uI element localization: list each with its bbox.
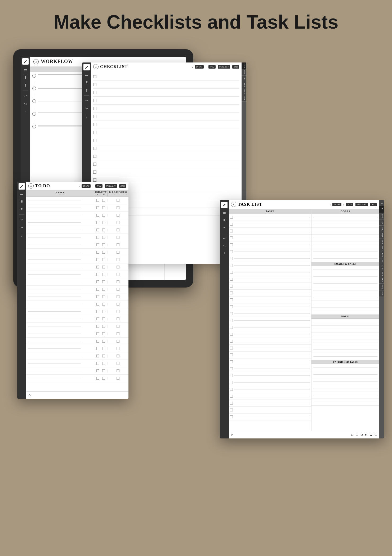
td-due-sq-15[interactable] (117, 303, 119, 306)
tl-tab-feb[interactable]: FEB (379, 226, 384, 232)
cl-tab-apr[interactable]: APR (242, 95, 246, 102)
td-prio-m-25[interactable] (102, 377, 105, 380)
td-prio-h-21[interactable] (96, 347, 99, 350)
tl-check-6[interactable] (230, 250, 233, 253)
td-due-sq-7[interactable] (117, 243, 119, 246)
tl-check-28[interactable] (230, 402, 233, 405)
tl-tab-2024[interactable]: 2024 (379, 213, 384, 219)
cl-week-badge[interactable]: W 02 (208, 65, 216, 69)
cl-check-5[interactable] (93, 107, 96, 110)
cl-prev-arrow[interactable]: ‹ (192, 65, 193, 68)
cl-check-7[interactable] (93, 123, 96, 126)
tl-check-20[interactable] (230, 347, 233, 349)
tl-check-17[interactable] (230, 326, 233, 329)
td-prio-h-12[interactable] (96, 280, 99, 283)
td-due-sq-18[interactable] (117, 325, 119, 328)
td-prio-h-1[interactable] (96, 199, 99, 202)
td-prio-h-19[interactable] (96, 332, 99, 335)
cl-up-chevron[interactable]: ∧ (93, 64, 99, 69)
pin-icon[interactable] (22, 82, 29, 88)
td-prio-m-17[interactable] (102, 317, 105, 320)
td-prio-m-10[interactable] (102, 266, 105, 268)
td-prio-m-21[interactable] (102, 347, 105, 350)
tl-check-18[interactable] (230, 333, 233, 336)
eraser-icon[interactable] (22, 66, 29, 73)
tl-marker-icon[interactable] (221, 217, 228, 223)
cl-redo-icon[interactable]: ↪ (83, 105, 90, 111)
td-home-icon[interactable]: ⌂ (28, 393, 30, 397)
td-prio-m-9[interactable] (102, 258, 105, 261)
td-prio-m-4[interactable] (102, 221, 105, 224)
td-due-sq-24[interactable] (117, 369, 119, 372)
td-prio-m-13[interactable] (102, 288, 105, 291)
cl-check-10[interactable] (93, 147, 96, 150)
tl-check-19[interactable] (230, 340, 233, 343)
tl-up-chevron[interactable]: ∧ (231, 202, 236, 207)
td-year-badge[interactable]: 2023 (119, 184, 126, 188)
td-prio-h-10[interactable] (96, 266, 99, 268)
td-due-sq-6[interactable] (117, 236, 119, 239)
td-prio-h-6[interactable] (96, 236, 99, 239)
cl-check-14[interactable] (93, 178, 96, 182)
td-prio-m-2[interactable] (102, 206, 105, 209)
td-due-sq-1[interactable] (117, 199, 119, 202)
td-prio-h-20[interactable] (96, 340, 99, 343)
td-due-sq-23[interactable] (117, 362, 119, 365)
td-prio-h-3[interactable] (96, 214, 99, 217)
td-prio-m-12[interactable] (102, 280, 105, 283)
tl-check-14[interactable] (230, 305, 233, 308)
td-prev-arrow[interactable]: ‹ (79, 185, 80, 187)
tl-footer-icon-3[interactable]: ⊙ (360, 433, 363, 437)
tl-check-7[interactable] (230, 257, 233, 260)
tl-footer-icon-2[interactable]: ☐ (356, 433, 358, 437)
td-due-sq-25[interactable] (117, 377, 119, 380)
cl-tab-2024[interactable]: 2024 (242, 69, 246, 76)
cl-pin-icon[interactable] (83, 87, 90, 93)
td-prio-h-2[interactable] (96, 206, 99, 209)
tl-check-16[interactable] (230, 319, 233, 322)
tl-check-21[interactable] (230, 353, 233, 356)
td-prio-m-15[interactable] (102, 303, 105, 306)
td-prio-m-20[interactable] (102, 340, 105, 343)
tl-pencil-icon[interactable] (221, 202, 228, 208)
tl-check-27[interactable] (230, 395, 233, 398)
tl-check-26[interactable] (230, 388, 233, 391)
td-due-sq-5[interactable] (117, 228, 119, 231)
tl-check-24[interactable] (230, 374, 233, 377)
cl-pencil-icon[interactable] (83, 64, 90, 70)
tl-check-13[interactable] (230, 298, 233, 301)
tl-check-9[interactable] (230, 271, 233, 274)
td-prio-m-5[interactable] (102, 228, 105, 231)
tl-day-badge[interactable]: 14 SAT (332, 203, 341, 206)
td-due-sq-3[interactable] (117, 214, 119, 217)
tl-check-3[interactable] (230, 230, 233, 232)
td-due-sq-17[interactable] (117, 317, 119, 320)
td-day-badge[interactable]: 14 SAT (82, 184, 91, 188)
td-due-sq-14[interactable] (117, 295, 119, 298)
up-chevron-btn[interactable]: ∧ (33, 59, 39, 64)
pencil-icon[interactable] (22, 58, 29, 65)
td-eraser-icon[interactable] (19, 191, 25, 197)
tl-tab-may[interactable]: MAY (379, 245, 384, 252)
tl-check-5[interactable] (230, 243, 233, 246)
td-prio-h-15[interactable] (96, 303, 99, 306)
tl-week-badge[interactable]: W 02 (346, 203, 353, 206)
cl-check-8[interactable] (93, 131, 96, 134)
td-prio-m-22[interactable] (102, 355, 105, 357)
td-prio-h-9[interactable] (96, 258, 99, 261)
td-due-sq-22[interactable] (117, 355, 119, 357)
cl-tab-2023[interactable]: 2023 (242, 62, 246, 69)
tl-home-icon[interactable]: ⌂ (231, 433, 233, 437)
more-icon[interactable]: ⋮ (22, 109, 29, 115)
tl-check-1[interactable] (230, 216, 233, 219)
tl-next-arrow[interactable]: › (343, 203, 344, 206)
td-prio-m-14[interactable] (102, 295, 105, 298)
tl-eraser-icon[interactable] (221, 209, 228, 216)
tl-tab-home[interactable]: ⌂ (379, 200, 384, 206)
td-prio-h-13[interactable] (96, 288, 99, 291)
cl-tab-mar[interactable]: MAR (242, 88, 246, 95)
tl-undo-icon[interactable]: ↩ (221, 235, 228, 241)
cl-check-12[interactable] (93, 163, 96, 166)
td-prio-h-18[interactable] (96, 325, 99, 328)
td-redo-icon[interactable]: ↪ (19, 224, 25, 231)
